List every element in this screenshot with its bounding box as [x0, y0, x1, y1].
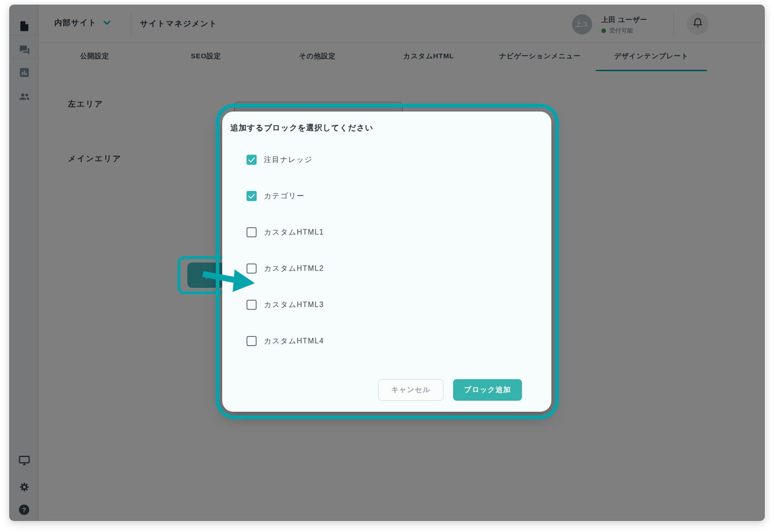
option-label: カスタムHTML1: [264, 228, 324, 237]
option-label: カスタムHTML2: [264, 264, 324, 274]
add-blocks-submit-button[interactable]: ブロック追加: [453, 379, 522, 401]
checkbox[interactable]: [247, 227, 257, 237]
option-label: 注目ナレッジ: [264, 155, 313, 165]
option-custom-html2[interactable]: カスタムHTML2: [247, 263, 324, 274]
option-label: カテゴリー: [264, 191, 305, 201]
checkbox[interactable]: [247, 336, 257, 346]
checkbox[interactable]: [247, 263, 257, 274]
cancel-button[interactable]: キャンセル: [378, 379, 443, 401]
dialog-title: 追加するブロックを選択してください: [230, 123, 374, 133]
option-category[interactable]: カテゴリー: [247, 190, 305, 202]
option-featured-knowledge[interactable]: 注目ナレッジ: [247, 154, 313, 165]
option-label: カスタムHTML3: [264, 300, 324, 310]
option-label: カスタムHTML4: [264, 336, 324, 346]
option-custom-html1[interactable]: カスタムHTML1: [247, 227, 324, 238]
checkbox[interactable]: [247, 300, 257, 310]
add-block-dialog: 追加するブロックを選択してください 注目ナレッジ カテゴリー カスタムHTML1…: [222, 112, 551, 412]
app-window: ? 内部サイト サイトマネジメント 上ユ 上田 ユーザー 受付可能 公開設定 S…: [9, 5, 765, 521]
option-custom-html4[interactable]: カスタムHTML4: [247, 336, 324, 347]
checkbox[interactable]: [247, 191, 257, 201]
option-custom-html3[interactable]: カスタムHTML3: [247, 299, 324, 310]
checkbox[interactable]: [247, 155, 257, 165]
